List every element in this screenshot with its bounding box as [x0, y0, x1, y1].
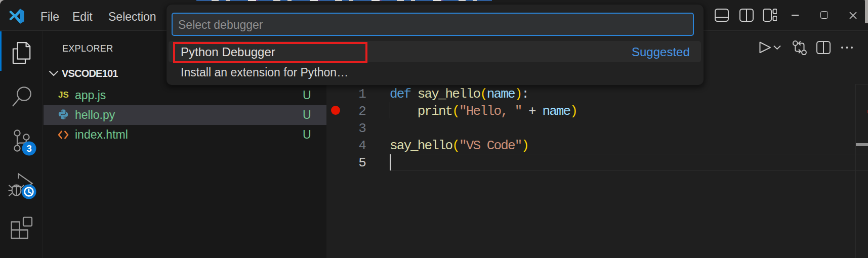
svg-text:3: 3 — [26, 143, 32, 154]
